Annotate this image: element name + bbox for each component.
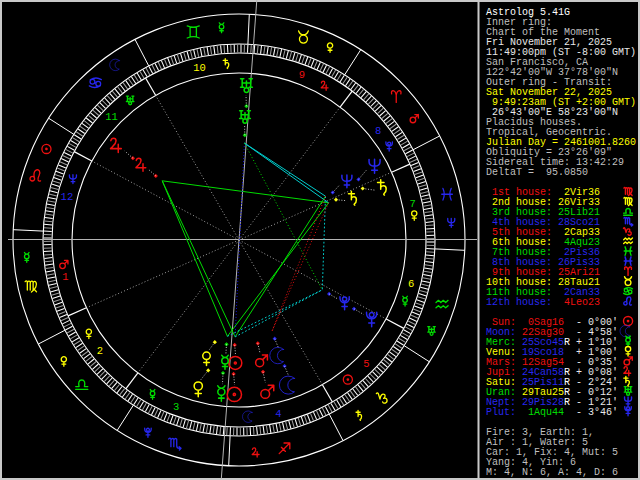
svg-text:8: 8	[375, 125, 381, 137]
svg-text:12: 12	[61, 191, 74, 203]
svg-text:1Aqu44: 1Aqu44	[516, 407, 564, 418]
svg-text:4: 4	[275, 408, 281, 420]
svg-text:6: 6	[408, 278, 414, 290]
svg-text:9: 9	[299, 69, 305, 81]
svg-text:2: 2	[97, 345, 103, 357]
svg-text:11: 11	[105, 111, 118, 123]
svg-text:DeltaT = 95.0850: DeltaT = 95.0850	[486, 167, 588, 178]
svg-text:Plut:: Plut:	[486, 407, 516, 418]
svg-text:1: 1	[62, 271, 68, 283]
svg-text:M: 4, N: 6, A: 4, D: 6: M: 4, N: 6, A: 4, D: 6	[486, 467, 618, 478]
svg-text:10: 10	[193, 62, 206, 74]
svg-text:4Leo23: 4Leo23	[552, 297, 600, 308]
svg-text:3: 3	[173, 401, 179, 413]
svg-text:12th house:: 12th house:	[486, 297, 552, 308]
svg-text:- 3°46': - 3°46'	[576, 407, 618, 418]
svg-text:5: 5	[363, 358, 369, 370]
svg-text:7: 7	[409, 198, 415, 210]
